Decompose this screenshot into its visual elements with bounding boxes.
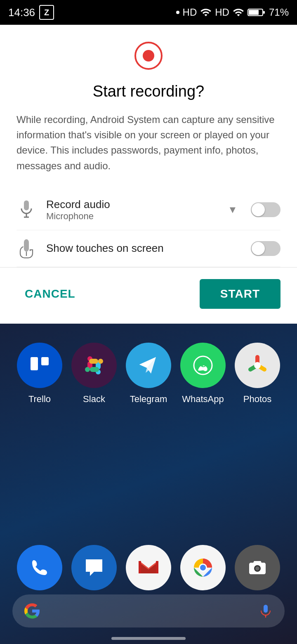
svg-point-25 (255, 566, 259, 571)
dialog-description: While recording, Android System can capt… (16, 112, 280, 173)
record-icon (134, 41, 163, 70)
toggle-knob (252, 203, 265, 216)
svg-rect-19 (139, 561, 141, 573)
telegram-label: Telegram (130, 394, 167, 405)
signal-bars-icon (200, 7, 212, 18)
status-left: 14:36 Z (8, 5, 54, 20)
app-gmail[interactable] (126, 545, 171, 590)
app-whatsapp[interactable]: ✆ WhatsApp (180, 343, 226, 405)
dialog-title: Start recording? (16, 83, 280, 100)
app-phone[interactable] (17, 545, 62, 590)
option-record-audio: Record audio Microphone ▼ (16, 190, 280, 230)
signal-dot (176, 11, 179, 14)
gmail-icon (126, 545, 171, 590)
google-search-bar[interactable] (12, 594, 285, 627)
photos-icon (235, 343, 280, 388)
svg-rect-2 (249, 10, 259, 15)
microphone-icon (16, 200, 36, 220)
slack-label: Slack (83, 394, 105, 405)
trello-label: Trello (28, 394, 51, 405)
svg-rect-20 (156, 561, 158, 573)
zello-icon: Z (39, 5, 54, 20)
record-audio-toggle[interactable] (251, 202, 280, 217)
dialog-buttons: CANCEL START (16, 268, 280, 324)
messages-icon (71, 545, 117, 590)
google-logo (24, 603, 40, 619)
cancel-button[interactable]: CANCEL (16, 283, 84, 305)
touch-icon (16, 239, 36, 258)
svg-rect-7 (41, 357, 49, 365)
app-messages[interactable] (71, 545, 117, 590)
dialog-overlay: Start recording? While recording, Androi… (0, 25, 297, 324)
chrome-icon (180, 545, 226, 590)
status-bar: 14:36 Z HD HD 71% (0, 0, 297, 25)
svg-point-18 (254, 362, 261, 369)
app-row-1: Trello Slack (12, 343, 285, 405)
start-button[interactable]: START (200, 279, 280, 309)
app-photos[interactable]: Photos (235, 343, 280, 405)
app-camera[interactable] (235, 545, 280, 590)
toggle-knob-2 (252, 242, 265, 255)
trello-icon (17, 343, 62, 388)
status-right: HD HD 71% (176, 7, 289, 18)
record-audio-subtitle: Microphone (46, 211, 214, 222)
telegram-icon (126, 343, 171, 388)
svg-rect-1 (263, 11, 265, 14)
dropdown-icon[interactable]: ▼ (224, 201, 241, 218)
whatsapp-icon: ✆ (180, 343, 226, 388)
network-label: HD (183, 7, 197, 18)
photos-label: Photos (243, 394, 272, 405)
record-audio-title: Record audio (46, 198, 214, 211)
svg-rect-13 (90, 367, 99, 372)
record-icon-outer (134, 42, 163, 70)
record-audio-text: Record audio Microphone (46, 198, 214, 222)
app-chrome[interactable] (180, 545, 226, 590)
camera-icon (235, 545, 280, 590)
home-indicator (111, 637, 186, 640)
svg-point-12 (85, 367, 90, 372)
app-trello[interactable]: Trello (17, 343, 62, 405)
google-mic-icon[interactable] (258, 604, 273, 618)
network-label-2: HD (215, 7, 229, 18)
slack-icon (71, 343, 117, 388)
svg-rect-3 (24, 201, 29, 211)
record-icon-wrap (16, 41, 280, 70)
svg-rect-6 (31, 357, 38, 370)
phone-icon (17, 545, 62, 590)
show-touches-toggle[interactable] (251, 241, 280, 256)
show-touches-title: Show touches on screen (46, 242, 241, 255)
svg-point-14 (98, 359, 103, 364)
dock (0, 545, 297, 590)
app-grid: Trello Slack (0, 343, 297, 429)
battery-icon (248, 7, 266, 17)
show-touches-text: Show touches on screen (46, 242, 241, 255)
option-show-touches: Show touches on screen (16, 230, 280, 267)
svg-text:✆: ✆ (199, 359, 207, 369)
app-telegram[interactable]: Telegram (126, 343, 171, 405)
battery-label: 71% (269, 7, 289, 18)
svg-rect-15 (89, 359, 98, 364)
svg-point-23 (200, 565, 206, 571)
time-display: 14:36 (8, 6, 35, 19)
app-slack[interactable]: Slack (71, 343, 117, 405)
whatsapp-label: WhatsApp (182, 394, 224, 405)
signal-bars-2-icon (233, 7, 244, 18)
